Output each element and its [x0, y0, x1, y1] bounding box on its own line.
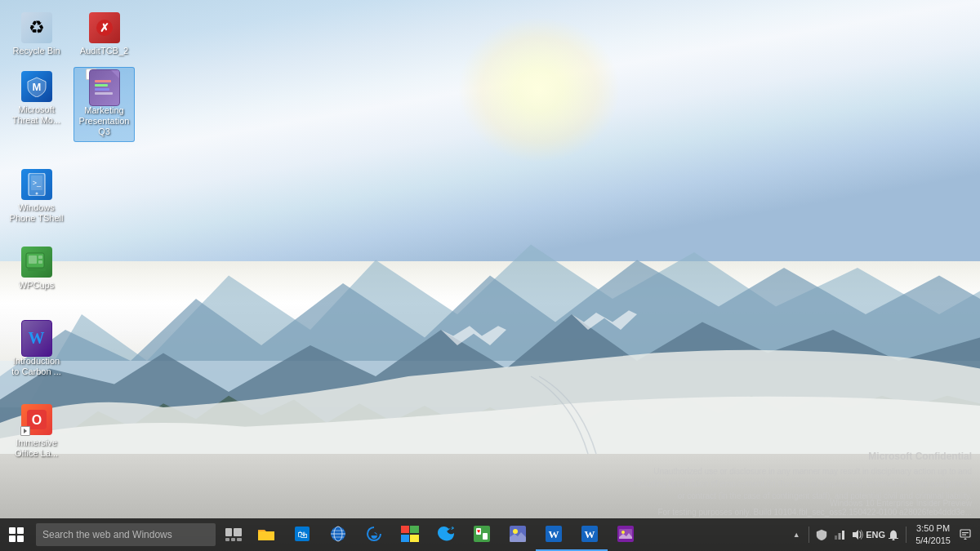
marketing-line-4 — [95, 92, 113, 95]
svg-point-11 — [35, 193, 38, 195]
windows-phone-tshell-icon[interactable]: >_ Windows Phone TShell — [6, 165, 67, 227]
marketing-icon-graphic — [89, 69, 120, 106]
taskbar-solitaire[interactable]: ♥ — [464, 518, 500, 551]
wpcups-image — [20, 246, 53, 278]
intro-carbon-image: W — [20, 322, 53, 354]
audit-tcb-icon[interactable]: ✗ AuditTCB_2 — [74, 8, 135, 60]
microsoft-threat-icon[interactable]: M Microsoft Threat Mo... — [6, 67, 67, 142]
svg-rect-17 — [28, 269, 46, 271]
svg-rect-24 — [237, 538, 242, 541]
recycle-bin-icon[interactable]: ♻ Recycle Bin — [6, 8, 67, 60]
desktop-icon-row-1: ♻ Recycle Bin ✗ AuditTCB_2 — [4, 7, 136, 61]
recycle-bin-image: ♻ — [20, 11, 53, 44]
tray-action-center-icon[interactable] — [957, 527, 973, 543]
intro-icon-graphic: W — [21, 320, 52, 357]
tray-notification-icon[interactable] — [885, 527, 902, 543]
start-icon — [9, 527, 24, 542]
svg-rect-34 — [410, 526, 419, 533]
build-line-2: For testing purposes only. Build 10104.f… — [657, 508, 972, 517]
svg-rect-20 — [225, 528, 232, 536]
svg-rect-22 — [225, 538, 229, 541]
taskbar-twitter[interactable] — [428, 518, 464, 551]
svg-rect-33 — [401, 526, 409, 533]
taskbar-file-explorer[interactable] — [248, 518, 284, 551]
marketing-line-2 — [95, 84, 108, 87]
ie-icon — [330, 526, 346, 542]
taskbar-word-1[interactable]: W — [536, 518, 572, 551]
svg-text:✗: ✗ — [100, 21, 109, 34]
action-center-icon — [960, 529, 971, 540]
svg-text:>_: >_ — [32, 179, 41, 187]
taskbar-word-2[interactable]: W — [572, 518, 608, 551]
svg-text:M: M — [32, 81, 41, 93]
immersive-office-icon[interactable]: O Immersive Office La... — [6, 400, 67, 462]
store-icon: 🛍 — [294, 526, 310, 542]
notification-icon — [888, 529, 899, 540]
taskbar-images[interactable] — [608, 518, 644, 551]
confidential-overlay: Microsoft Confidential Unauthorized use … — [629, 451, 972, 502]
svg-rect-21 — [234, 528, 242, 536]
solitaire-icon: ♥ — [474, 526, 490, 542]
taskbar: 🛍 — [0, 518, 980, 551]
taskbar-store[interactable]: 🛍 — [284, 518, 320, 551]
svg-rect-39 — [483, 533, 488, 540]
marketing-line-1 — [95, 80, 111, 82]
tray-network-icon[interactable] — [831, 527, 848, 543]
tshell-graphic: >_ — [21, 169, 52, 200]
taskbar-clock[interactable]: 3:50 PM 5/4/2015 — [911, 522, 956, 548]
task-view-icon — [225, 528, 242, 541]
search-input[interactable] — [36, 523, 216, 546]
immersive-office-label: Immersive Office La... — [9, 438, 64, 459]
marketing-presentation-icon[interactable]: ✓ Marketing Presentation Q3 — [74, 67, 135, 142]
marketing-image: ✓ — [88, 71, 121, 104]
svg-rect-15 — [38, 256, 42, 259]
wpcups-icon[interactable]: WPCups — [6, 242, 67, 294]
build-line-1: Windows 10 Enterprise Insider Preview — [657, 499, 972, 508]
taskbar-ie[interactable] — [320, 518, 356, 551]
start-square-2 — [17, 527, 24, 534]
sun-glow — [457, 16, 621, 163]
network-icon — [834, 529, 845, 540]
svg-text:W: W — [549, 528, 559, 540]
tray-separator-2 — [906, 527, 906, 543]
tray-keyboard-icon[interactable]: ENG — [867, 527, 884, 543]
tray-separator-1 — [808, 527, 809, 543]
recycle-icon-graphic: ♻ — [21, 12, 52, 43]
tray-volume-icon[interactable] — [849, 527, 866, 543]
word-icon-2: W — [581, 526, 598, 542]
tshell-image: >_ — [20, 168, 53, 201]
svg-marker-53 — [853, 530, 858, 540]
volume-icon — [852, 529, 863, 540]
start-button[interactable] — [0, 518, 33, 551]
svg-rect-52 — [842, 531, 844, 540]
threat-image: M — [20, 70, 53, 103]
threat-label: Microsoft Threat Mo... — [9, 104, 64, 126]
taskbar-photos[interactable] — [500, 518, 536, 551]
desktop: ♻ Recycle Bin ✗ AuditTCB_2 — [0, 0, 980, 551]
task-view-button[interactable] — [219, 518, 248, 551]
taskbar-time: 3:50 PM — [915, 522, 951, 535]
desktop-icon-row-2: M Microsoft Threat Mo... ✓ Marke — [4, 65, 136, 144]
svg-rect-56 — [962, 532, 969, 533]
word-icon-1: W — [546, 526, 562, 542]
defender-icon — [816, 529, 827, 540]
intro-carbon-label: Introduction to Carbon ... — [9, 356, 64, 377]
tray-overflow-button[interactable]: ▲ — [788, 527, 804, 543]
svg-rect-36 — [410, 535, 419, 542]
mountains — [0, 159, 980, 469]
taskbar-windows-live[interactable] — [392, 518, 428, 551]
svg-text:♥: ♥ — [477, 528, 480, 534]
audit-tcb-image: ✗ — [88, 11, 121, 44]
taskbar-edge[interactable] — [356, 518, 392, 551]
svg-rect-14 — [29, 256, 37, 264]
twitter-icon — [438, 527, 454, 541]
shortcut-arrow-icon — [20, 426, 30, 436]
tray-defender-icon[interactable] — [813, 527, 830, 543]
confidential-title: Microsoft Confidential — [629, 451, 972, 462]
arrow-shape — [24, 429, 27, 433]
confidential-body: Unauthorized use or disclosure in any ma… — [629, 465, 972, 502]
svg-point-54 — [893, 539, 895, 540]
introduction-carbon-icon[interactable]: W Introduction to Carbon ... — [6, 318, 67, 380]
svg-rect-55 — [960, 530, 970, 537]
word-letter: W — [29, 329, 45, 348]
